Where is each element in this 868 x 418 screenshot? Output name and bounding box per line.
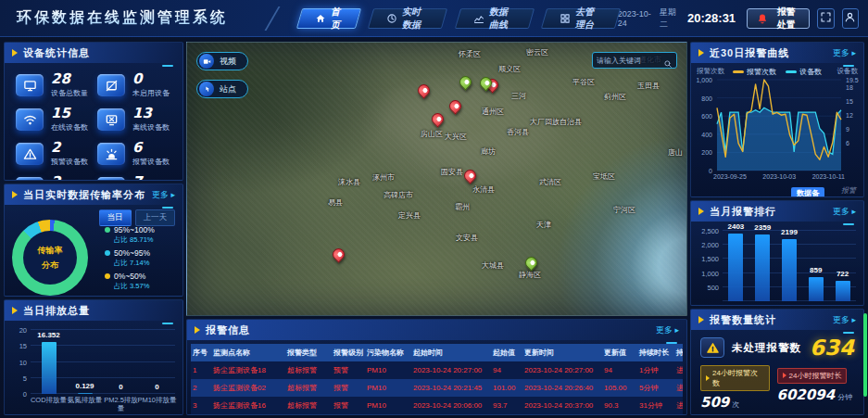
map-station-label: 站点 bbox=[220, 83, 236, 95]
clipboard-flash-icon bbox=[97, 177, 125, 181]
alarm-bell-icon bbox=[757, 13, 768, 24]
nav-tab-首页[interactable]: 首页 bbox=[296, 8, 360, 29]
table-cell: 进行中 bbox=[674, 361, 683, 379]
table-column-header: 污染物名称 bbox=[365, 344, 411, 361]
page-scrollbar[interactable] bbox=[863, 313, 867, 397]
alarm-curve-panel: 近30日报警曲线 更多 报警次数 报警次数设备数 设备数 1,000800600… bbox=[690, 42, 864, 197]
fullscreen-button[interactable] bbox=[817, 8, 834, 29]
map-pin-green[interactable] bbox=[457, 73, 473, 90]
search-input[interactable] bbox=[597, 57, 663, 65]
table-cell: 2023-10-24 20:37:00 bbox=[522, 397, 602, 414]
device-stats-title: 设备统计信息 bbox=[23, 46, 90, 60]
time-text: 20:28:31 bbox=[687, 11, 736, 25]
map-city-label: 高碑店市 bbox=[384, 190, 413, 200]
ghost-alarm-text: 报警 ✎ bbox=[841, 185, 863, 197]
transmission-tab-当日[interactable]: 当日 bbox=[99, 209, 132, 226]
warning-icon bbox=[16, 143, 44, 165]
bar-rect bbox=[728, 234, 743, 301]
device-stat-item: 0未启用设备 bbox=[97, 72, 175, 98]
table-cell: 2 bbox=[191, 379, 211, 397]
alarm-curve-more-link[interactable]: 更多 bbox=[833, 47, 856, 59]
curve-legend-item[interactable]: 设备数 bbox=[786, 67, 822, 77]
map-pin-red[interactable] bbox=[447, 97, 463, 114]
table-cell: 预警 bbox=[332, 361, 365, 379]
map-city-label: 易县 bbox=[328, 197, 343, 208]
table-row[interactable]: 3扬尘监测设备16超标报警报警PM102023-10-24 20:06:0093… bbox=[191, 397, 683, 414]
bar-x-label: COD排放量 bbox=[29, 397, 69, 405]
table-cell: 105.00 bbox=[602, 379, 637, 397]
map-city-label: 天津 bbox=[536, 220, 551, 230]
device-stat-value: 13 bbox=[132, 107, 170, 120]
map-city-label: 蓟州区 bbox=[604, 92, 626, 102]
table-cell: 超标报警 bbox=[285, 379, 332, 397]
alarm-table-panel: 报警信息 更多 序号监测点名称报警类型报警级别污染物名称起始时间起始值更新时间更… bbox=[186, 319, 687, 415]
user-icon bbox=[844, 11, 856, 26]
search-icon[interactable] bbox=[663, 56, 673, 65]
map-video-button[interactable]: 视频 bbox=[196, 52, 248, 70]
legend-dot bbox=[105, 227, 110, 233]
right-axis-title: 设备数 bbox=[837, 67, 859, 76]
table-cell: 报警 bbox=[332, 397, 365, 414]
bar-value-label: 2199 bbox=[781, 228, 798, 236]
ranking-title: 当月报警排行 bbox=[710, 205, 776, 219]
alarm-dispose-button[interactable]: 报警处置 bbox=[747, 8, 810, 29]
alarm-stat-item: 24小时报警时长602094分钟 bbox=[777, 365, 855, 411]
transmission-title: 当日实时数据传输率分布 bbox=[23, 188, 145, 202]
table-row[interactable]: 2扬尘监测设备02超标报警报警PM102023-10-24 20:21:4510… bbox=[191, 379, 683, 397]
ranking-more-link[interactable]: 更多 bbox=[833, 206, 856, 218]
bar: 2359 bbox=[749, 231, 776, 301]
table-column-header: 监测点名称 bbox=[211, 344, 285, 361]
nav-tab-实时数据[interactable]: 实时数据 bbox=[368, 8, 447, 29]
map-city-label: 文安县 bbox=[456, 233, 478, 243]
minimize-icon[interactable] bbox=[162, 207, 173, 209]
emissions-panel: 当日排放总量 0510152016.352COD排放量0.129氨氮排放量0PM… bbox=[4, 299, 183, 415]
nav-tab-数据曲线[interactable]: 数据曲线 bbox=[454, 8, 534, 29]
map-city-label: 固安县 bbox=[441, 167, 463, 177]
offline-icon bbox=[97, 108, 125, 131]
map-station-button[interactable]: 站点 bbox=[196, 80, 248, 98]
map-city-label: 三河 bbox=[511, 91, 526, 101]
wifi-icon bbox=[16, 108, 44, 131]
pencil-icon: ✎ bbox=[841, 196, 848, 197]
map-city-label: 武清区 bbox=[539, 177, 561, 187]
alarm-table-more-link[interactable]: 更多 bbox=[656, 324, 679, 336]
table-cell: 2023-10-24 20:21:45 bbox=[411, 379, 491, 397]
map-city-label: 定兴县 bbox=[398, 210, 421, 221]
ranking-panel: 当月报警排行 更多 5001,0001,5002,0002,5002403235… bbox=[690, 200, 864, 306]
map-pin-red[interactable] bbox=[461, 167, 478, 184]
stat-value: 509次 bbox=[700, 394, 770, 411]
donut-legend-item: 0%~50%占比 3.57% bbox=[105, 272, 177, 291]
curve-icon bbox=[473, 13, 484, 24]
transmission-more-link[interactable]: 更多 bbox=[152, 189, 175, 201]
map-city-label: 大厂回族自治县 bbox=[530, 117, 582, 127]
table-column-header: 更新值 bbox=[602, 344, 637, 361]
alarm-curve-title: 近30日报警曲线 bbox=[710, 46, 789, 60]
alarm-stats-panel: 报警数量统计 更多 未处理报警数 634 24小时报警次数509次24小时报警时… bbox=[690, 309, 864, 415]
donut-legend-item: 95%~100%占比 85.71% bbox=[105, 225, 177, 245]
table-cell: 扬尘监测设备18 bbox=[211, 361, 285, 379]
user-button[interactable] bbox=[842, 8, 859, 29]
map-pin-red[interactable] bbox=[330, 246, 346, 262]
transmission-tab-上一天[interactable]: 上一天 bbox=[135, 209, 176, 226]
monitor-icon bbox=[16, 74, 44, 96]
minimize-icon[interactable] bbox=[162, 65, 173, 67]
y-axis-tick: 400 bbox=[701, 131, 712, 137]
stat-unit: 分钟 bbox=[837, 393, 852, 401]
alarm-stats-more-link[interactable]: 更多 bbox=[833, 314, 856, 326]
curve-legend-item[interactable]: 报警次数 bbox=[733, 67, 776, 77]
y-axis-tick: 600 bbox=[701, 113, 712, 120]
siren-icon bbox=[97, 143, 125, 165]
ranking-bar-chart: 5001,0001,5002,0002,50024032359219985972… bbox=[723, 231, 856, 301]
datazoom-chip[interactable]: 数据备 bbox=[791, 187, 824, 197]
minimize-icon[interactable] bbox=[843, 332, 854, 334]
minimize-icon[interactable] bbox=[162, 323, 173, 324]
main-nav: 首页实时数据数据曲线去管理台 bbox=[299, 8, 618, 29]
table-row[interactable]: 1扬尘监测设备18超标报警预警PM102023-10-24 20:27:0094… bbox=[191, 361, 683, 379]
map-pin-red[interactable] bbox=[429, 110, 446, 127]
map-pin-red[interactable] bbox=[415, 82, 432, 98]
home-icon bbox=[315, 13, 326, 24]
minimize-icon[interactable] bbox=[843, 223, 854, 225]
map[interactable]: 视频 站点 密云区怀柔区顺义区平谷区蓟州区玉田县遵化市三河通州区大厂回族自治县香… bbox=[186, 42, 687, 316]
nav-tab-去管理台[interactable]: 去管理台 bbox=[541, 8, 621, 29]
bar-value-label: 16.352 bbox=[37, 331, 59, 339]
